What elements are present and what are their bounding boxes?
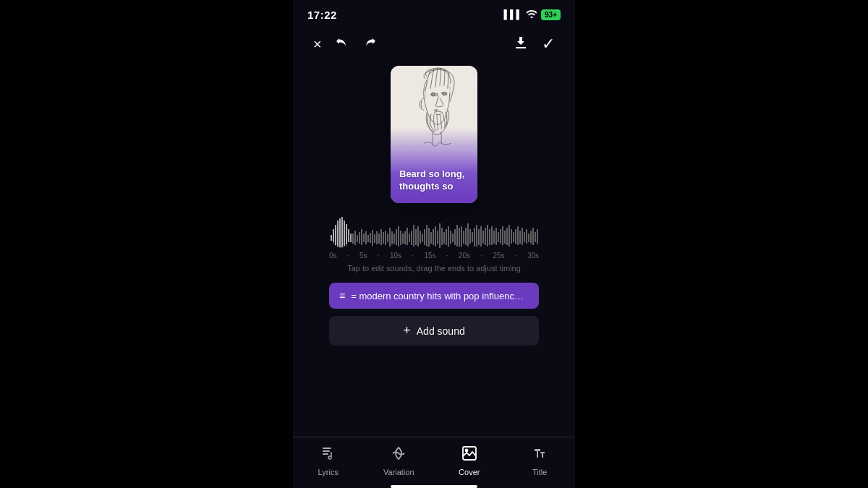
svg-rect-64 (443, 232, 445, 244)
timecode-dot5: · (480, 252, 482, 260)
timecode-5: 5s (359, 252, 367, 260)
cover-icon (461, 445, 478, 465)
svg-rect-98 (517, 226, 519, 245)
svg-rect-83 (485, 228, 486, 245)
svg-rect-65 (446, 229, 447, 245)
svg-rect-50 (413, 225, 414, 247)
svg-rect-60 (435, 226, 436, 247)
svg-rect-43 (398, 226, 399, 247)
timecode-10: 10s (390, 252, 401, 260)
cover-card[interactable]: Beard so long, thoughts so (391, 66, 477, 203)
waveform-hint: Tap to edit sounds, drag the ends to adj… (329, 264, 539, 273)
timecode-30: 30s (527, 252, 539, 260)
svg-rect-94 (509, 225, 510, 247)
svg-rect-109 (323, 450, 330, 452)
redo-button[interactable] (362, 35, 377, 52)
svg-rect-26 (361, 229, 362, 245)
svg-rect-74 (465, 228, 467, 245)
svg-rect-91 (502, 226, 503, 245)
svg-rect-103 (528, 234, 529, 242)
svg-rect-47 (407, 228, 408, 245)
cover-lyric-text: Beard so long, thoughts so (399, 168, 469, 193)
svg-rect-79 (476, 225, 477, 247)
svg-rect-32 (374, 234, 375, 243)
svg-rect-38 (387, 234, 388, 242)
undo-button[interactable] (335, 35, 349, 52)
cover-card-image: Beard so long, thoughts so (391, 66, 477, 203)
svg-rect-28 (365, 231, 367, 244)
svg-rect-96 (513, 232, 514, 242)
svg-rect-62 (439, 223, 441, 248)
svg-rect-70 (456, 225, 458, 247)
svg-rect-76 (469, 229, 471, 244)
svg-rect-102 (526, 229, 527, 244)
svg-rect-16 (339, 218, 341, 247)
svg-rect-88 (495, 228, 497, 245)
add-sound-icon: + (403, 323, 411, 338)
status-bar: 17:22 ▌▌▌ 93+ (293, 0, 575, 26)
bottom-nav: Lyrics Variation Cover (293, 437, 575, 482)
timecode-dot: · (347, 252, 349, 260)
svg-rect-55 (424, 229, 425, 245)
nav-item-cover[interactable]: Cover (448, 445, 491, 476)
svg-rect-75 (467, 223, 469, 247)
svg-rect-87 (493, 231, 495, 244)
svg-rect-37 (385, 231, 386, 245)
svg-rect-73 (463, 231, 464, 244)
svg-rect-14 (335, 225, 336, 245)
nav-item-variation[interactable]: Variation (377, 445, 420, 476)
waveform[interactable] (329, 213, 539, 249)
svg-rect-80 (478, 229, 480, 245)
timecode-dot6: · (515, 252, 517, 260)
nav-label-cover: Cover (459, 468, 480, 476)
svg-rect-34 (378, 234, 380, 244)
variation-icon (390, 445, 407, 465)
svg-rect-86 (491, 226, 493, 245)
nav-item-title[interactable]: Title (518, 445, 561, 476)
svg-rect-52 (417, 226, 419, 247)
timecode-0: 0s (329, 252, 337, 260)
svg-rect-24 (357, 235, 358, 242)
svg-point-3 (442, 93, 446, 95)
svg-rect-46 (404, 231, 406, 244)
add-sound-label: Add sound (417, 325, 465, 337)
svg-rect-107 (537, 229, 538, 244)
svg-rect-66 (448, 226, 449, 247)
svg-rect-93 (506, 228, 508, 245)
svg-rect-71 (459, 228, 460, 247)
svg-rect-59 (433, 229, 434, 245)
sound-track[interactable]: ≡ = modern country hits with pop influen… (329, 283, 539, 309)
sound-track-icon: ≡ (339, 290, 345, 301)
svg-rect-51 (415, 229, 417, 245)
svg-rect-68 (452, 234, 454, 242)
add-sound-button[interactable]: + Add sound (329, 316, 539, 346)
svg-rect-100 (522, 228, 523, 245)
sound-track-label: = modern country hits with pop influence… (351, 291, 529, 301)
nav-label-variation: Variation (383, 468, 414, 476)
svg-rect-41 (393, 234, 395, 244)
svg-point-2 (431, 93, 435, 96)
svg-rect-106 (535, 232, 536, 242)
toolbar-right: ✓ (513, 35, 555, 53)
svg-rect-29 (367, 235, 369, 242)
svg-rect-48 (409, 234, 410, 242)
nav-label-lyrics: Lyrics (318, 468, 339, 476)
nav-item-lyrics[interactable]: Lyrics (307, 445, 350, 476)
svg-rect-92 (504, 231, 506, 244)
waveform-timecodes: 0s · 5s · 10s · 15s · 20s · 25s · 30s (329, 252, 539, 260)
svg-rect-33 (376, 231, 378, 244)
svg-rect-44 (400, 231, 401, 245)
timecode-dot3: · (412, 252, 414, 260)
signal-icon: ▌▌▌ (504, 9, 523, 20)
svg-rect-25 (359, 232, 360, 244)
download-button[interactable] (513, 35, 529, 53)
svg-rect-82 (482, 231, 484, 244)
confirm-button[interactable]: ✓ (542, 36, 555, 52)
svg-rect-56 (426, 225, 427, 247)
timecode-15: 15s (424, 252, 435, 260)
svg-rect-57 (428, 228, 430, 247)
svg-rect-54 (422, 234, 423, 242)
close-button[interactable]: × (313, 37, 322, 51)
svg-rect-61 (437, 231, 438, 244)
nav-label-title: Title (532, 468, 547, 476)
